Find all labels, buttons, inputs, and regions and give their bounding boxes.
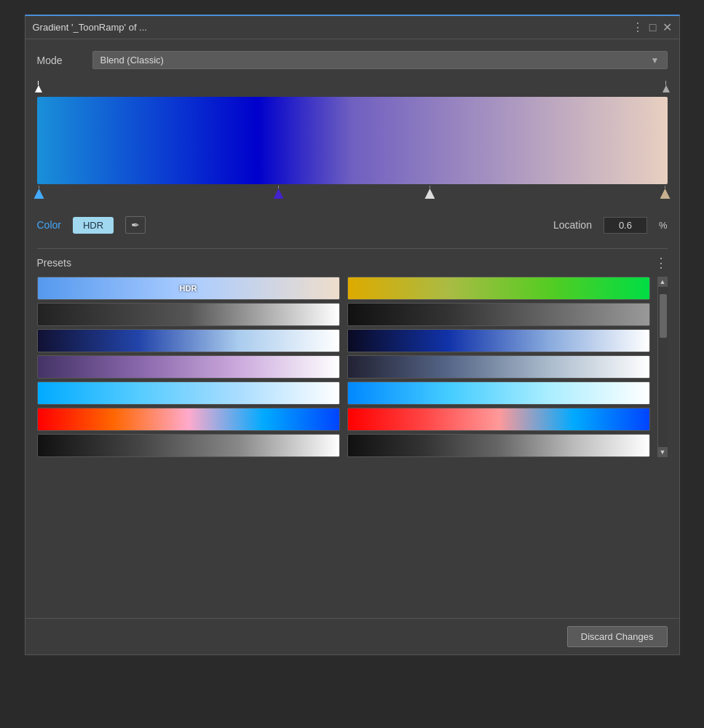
preset-item-dark-blue-white2[interactable] [347,329,650,352]
eyedropper-button[interactable]: ✒ [125,216,146,234]
bottom-stop-tan[interactable] [660,186,671,200]
scroll-up-arrow[interactable]: ▲ [657,277,668,287]
presets-scroll: HDR [37,277,650,457]
preset-item-dark-grey2[interactable] [347,434,650,457]
window-content: Mode Blend (Classic) ▼ [25,39,679,612]
presets-header: Presets ⋮ [37,256,668,269]
preset-item-dark-blue-white[interactable] [37,329,340,352]
preset-item-hdr[interactable]: HDR [37,277,340,300]
preset-item-grey-purple-white[interactable] [347,355,650,379]
presets-menu-icon[interactable]: ⋮ [654,256,668,269]
scroll-thumb[interactable] [660,294,667,338]
discard-changes-button[interactable]: Discard Changes [567,626,668,647]
bottom-stops-row [37,186,668,203]
window-title: Gradient '_ToonRamp' of ... [33,22,147,33]
top-stop-right[interactable] [662,81,671,92]
gradient-bar[interactable] [37,97,668,184]
presets-column-right [347,277,650,457]
color-label: Color [37,219,61,231]
scroll-down-arrow[interactable]: ▼ [657,447,668,457]
top-stops-row [37,81,668,95]
scroll-track [658,287,668,447]
preset-item-dark-white2[interactable] [37,434,340,457]
preset-item-purple-white[interactable] [37,355,340,379]
mode-row: Mode Blend (Classic) ▼ [37,51,668,69]
mode-dropdown[interactable]: Blend (Classic) ▼ [92,51,668,69]
presets-scrollbar: ▲ ▼ [657,277,668,457]
bottom-stop-white[interactable] [424,186,435,200]
preset-item-multi2[interactable] [347,408,650,431]
location-input[interactable] [604,217,647,234]
close-icon[interactable]: ✕ [663,20,672,34]
bottom-bar: Discard Changes [25,618,679,654]
bottom-stop-purple[interactable] [274,186,284,200]
preset-hdr-label: HDR [180,284,197,293]
preset-item-dark-grey[interactable] [347,303,650,326]
more-options-icon[interactable]: ⋮ [632,20,644,34]
maximize-icon[interactable]: □ [649,21,657,34]
presets-section: Presets ⋮ HDR [37,248,668,457]
gradient-editor-window: Gradient '_ToonRamp' of ... ⋮ □ ✕ Mode B… [25,15,680,655]
title-bar: Gradient '_ToonRamp' of ... ⋮ □ ✕ [25,16,679,39]
hdr-button[interactable]: HDR [73,217,114,234]
presets-column-left: HDR [37,277,340,457]
location-label: Location [553,219,592,231]
preset-item-multi[interactable] [37,408,340,431]
presets-area: HDR [37,277,668,457]
window-controls: ⋮ □ ✕ [632,20,672,34]
gradient-container [37,81,668,203]
bottom-stop-cyan[interactable] [34,186,44,200]
mode-label: Mode [37,55,81,66]
location-percent: % [659,220,668,231]
preset-item-gold-green[interactable] [347,277,650,300]
presets-title: Presets [37,257,71,269]
preset-item-cyan-white[interactable] [37,381,340,405]
preset-item-cyan-white2[interactable] [347,381,650,405]
top-stop-left[interactable] [34,81,43,92]
preset-item-dark-white[interactable] [37,303,340,326]
eyedropper-icon: ✒ [131,219,140,231]
mode-value: Blend (Classic) [100,55,164,66]
dropdown-arrow-icon: ▼ [651,55,660,66]
color-location-row: Color HDR ✒ Location % [37,216,668,234]
